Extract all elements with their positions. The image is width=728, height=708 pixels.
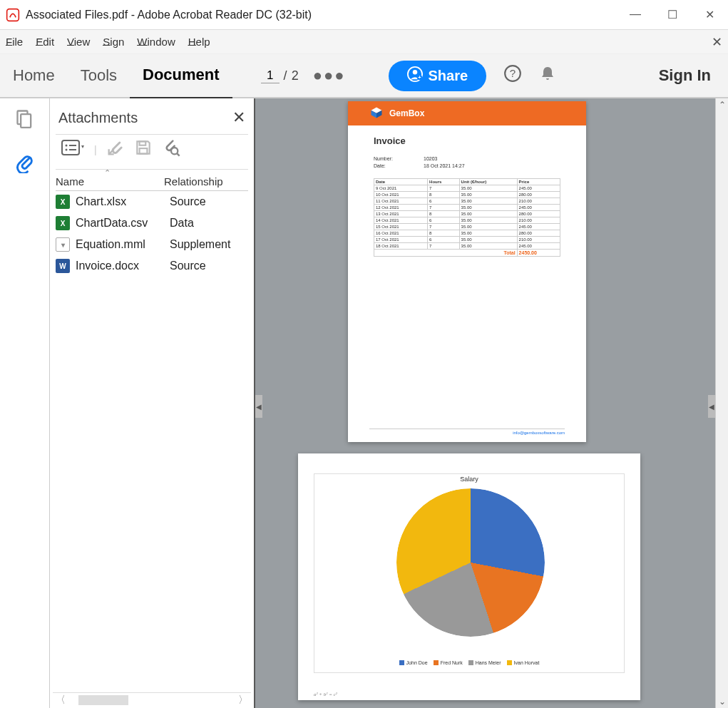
svg-rect-14 xyxy=(139,141,145,145)
scroll-right-icon[interactable]: 〉 xyxy=(238,694,248,707)
menu-sign[interactable]: Sign xyxy=(103,36,124,48)
menu-window[interactable]: Window xyxy=(137,36,175,48)
invoice-table: DateHoursUnit (€/hour)Price 9 Oct 202173… xyxy=(374,178,560,257)
tab-home[interactable]: Home xyxy=(0,53,68,98)
attachment-row[interactable]: XChart.xlsxSource xyxy=(56,191,248,212)
signin-button[interactable]: Sign In xyxy=(659,66,711,85)
svg-text:?: ? xyxy=(510,67,516,79)
more-icon[interactable]: ●●● xyxy=(313,66,346,85)
invoice-brand: GemBox xyxy=(389,108,424,118)
search-attachment-icon[interactable] xyxy=(161,138,181,162)
invoice-row: 14 Oct 2021635.00210.00 xyxy=(374,217,560,224)
thumbnails-icon[interactable] xyxy=(15,108,35,133)
attachment-relationship: Data xyxy=(170,217,248,230)
collapse-left-icon[interactable]: ◀ xyxy=(255,395,262,418)
main: Attachments ✕ | ⌃ Name Relationship xyxy=(0,98,728,708)
svg-text:+: + xyxy=(418,74,421,81)
tab-document[interactable]: Document xyxy=(130,53,232,99)
invoice-footer-email: info@gemboxsoftware.com xyxy=(369,429,565,435)
invoice-number: 10203 xyxy=(424,156,437,161)
bell-icon[interactable] xyxy=(539,65,556,86)
attachment-name: Invoice.docx xyxy=(76,260,170,272)
invoice-row: 15 Oct 2021735.00245.00 xyxy=(374,224,560,230)
svg-line-17 xyxy=(177,153,180,156)
attachments-hscrollbar[interactable]: 〈 〉 xyxy=(53,692,251,707)
titlebar: Associated Files.pdf - Adobe Acrobat Rea… xyxy=(0,0,728,30)
legend-item: Hans Meier xyxy=(468,660,501,665)
legend-item: Fred Nurk xyxy=(434,660,463,665)
page-sep: / xyxy=(284,68,287,83)
invoice-row: 16 Oct 2021835.00280.00 xyxy=(374,230,560,237)
open-attachment-icon[interactable] xyxy=(106,138,125,162)
attachment-name: Equation.mml xyxy=(76,238,170,251)
minimize-button[interactable]: — xyxy=(625,8,645,21)
chart-legend: John DoeFred NurkHans MeierIvan Horvat xyxy=(314,660,624,665)
attachment-row[interactable]: WInvoice.docxSource xyxy=(56,255,248,277)
scroll-left-icon[interactable]: 〈 xyxy=(56,694,66,707)
invoice-row: 11 Oct 2021635.00210.00 xyxy=(374,198,560,205)
invoice-row: 9 Oct 2021735.00245.00 xyxy=(374,185,560,192)
svg-point-10 xyxy=(66,145,68,147)
menu-help[interactable]: Help xyxy=(188,36,210,48)
attachment-row[interactable]: XChartData.csvData xyxy=(56,212,248,234)
svg-point-2 xyxy=(412,70,416,74)
page-counter: / 2 xyxy=(261,68,299,83)
chart-title: Salary xyxy=(314,474,624,483)
save-attachment-icon[interactable] xyxy=(134,138,153,161)
share-label: Share xyxy=(429,68,468,84)
svg-rect-13 xyxy=(69,149,76,150)
close-button[interactable]: ✕ xyxy=(699,8,719,21)
attachments-table: ⌃ Name Relationship XChart.xlsxSourceXCh… xyxy=(50,170,254,708)
maximize-button[interactable]: ☐ xyxy=(662,8,682,21)
menubar: File Edit View Sign Window Help ✕ xyxy=(0,30,728,54)
invoice-number-label: Number: xyxy=(374,156,424,161)
window-title: Associated Files.pdf - Adobe Acrobat Rea… xyxy=(26,9,625,21)
column-relationship[interactable]: Relationship xyxy=(164,175,248,188)
svg-rect-8 xyxy=(21,114,31,128)
view-options-icon[interactable] xyxy=(61,138,86,161)
svg-rect-0 xyxy=(7,9,19,21)
attachments-header-row[interactable]: ⌃ Name Relationship xyxy=(56,173,248,191)
attachment-row[interactable]: ▾Equation.mmlSupplement xyxy=(56,234,248,255)
document-viewer[interactable]: ◀ ◀ ⌃ ⌄ GemBox Invoice Number:10203 Date… xyxy=(255,98,728,708)
menu-view[interactable]: View xyxy=(67,36,90,48)
page-total: 2 xyxy=(292,68,299,83)
page-current-input[interactable] xyxy=(261,68,280,83)
invoice-row: 10 Oct 2021835.00280.00 xyxy=(374,192,560,198)
document-page-2: Salary John DoeFred NurkHans MeierIvan H… xyxy=(298,453,640,700)
scroll-down-icon[interactable]: ⌄ xyxy=(716,695,728,708)
invoice-date-label: Date: xyxy=(374,163,424,168)
share-button[interactable]: + Share xyxy=(389,61,487,91)
menu-file[interactable]: File xyxy=(6,36,23,48)
attachment-relationship: Source xyxy=(170,195,248,208)
pie-chart xyxy=(396,488,545,637)
gembox-logo-icon xyxy=(369,106,384,122)
scroll-thumb[interactable] xyxy=(78,695,128,705)
menubar-close-icon[interactable]: ✕ xyxy=(712,34,722,50)
invoice-total-row: Total2450.00 xyxy=(374,250,560,257)
tab-tools[interactable]: Tools xyxy=(68,53,130,98)
sort-indicator-icon: ⌃ xyxy=(104,170,111,178)
window-controls: — ☐ ✕ xyxy=(625,8,719,21)
sidebar-narrow xyxy=(0,98,50,708)
legend-item: John Doe xyxy=(399,660,428,665)
attachments-icon[interactable] xyxy=(15,153,35,178)
invoice-col: Hours xyxy=(428,179,460,185)
equation-text: a² + b² = c² xyxy=(314,692,337,697)
invoice-body: Invoice Number:10203 Date:18 Oct 2021 14… xyxy=(348,125,586,267)
help-icon[interactable]: ? xyxy=(503,64,522,87)
collapse-right-icon[interactable]: ◀ xyxy=(708,395,715,418)
svg-rect-15 xyxy=(139,148,147,154)
invoice-row: 13 Oct 2021835.00280.00 xyxy=(374,211,560,217)
attachments-close-icon[interactable]: ✕ xyxy=(232,108,245,127)
share-user-icon: + xyxy=(407,66,423,86)
attachment-name: ChartData.csv xyxy=(76,217,170,230)
menu-edit[interactable]: Edit xyxy=(36,36,54,48)
invoice-row: 17 Oct 2021635.00210.00 xyxy=(374,237,560,243)
chart-container: Salary John DoeFred NurkHans MeierIvan H… xyxy=(314,473,625,673)
vertical-scrollbar[interactable]: ⌃ ⌄ xyxy=(715,98,728,708)
acrobat-icon xyxy=(6,8,20,22)
scroll-up-icon[interactable]: ⌃ xyxy=(716,98,728,111)
invoice-date: 18 Oct 2021 14:27 xyxy=(424,163,465,168)
svg-point-16 xyxy=(171,148,178,154)
